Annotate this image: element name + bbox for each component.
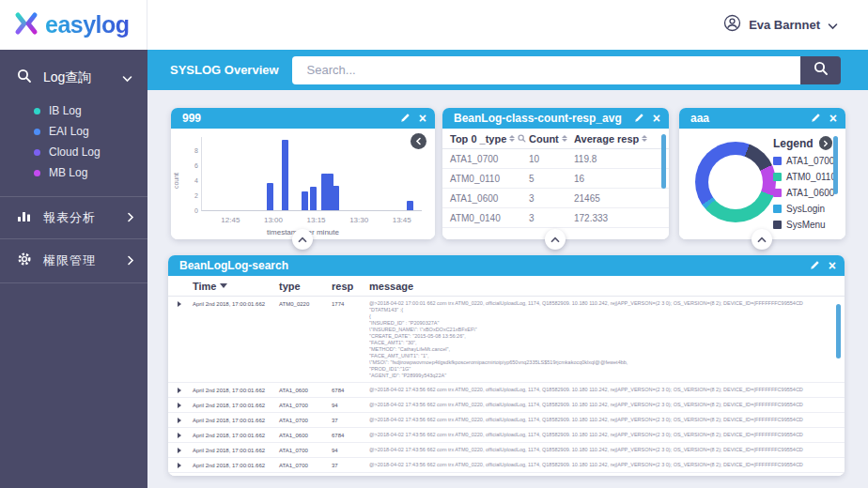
close-icon[interactable]: × [829, 259, 836, 272]
edit-pencil-icon[interactable] [809, 260, 820, 271]
table-rows: ATA1_070010119.8ATM0_0110516ATA1_0600321… [442, 149, 669, 228]
log-resp: 37 [332, 417, 369, 424]
user-menu[interactable]: Eva Barnnet [723, 14, 868, 36]
search-input[interactable] [292, 56, 800, 84]
table-cell: 119.8 [574, 154, 661, 164]
sidebar: Log查詢 IB LogEAI LogCloud LogMB Log 報表分析 … [0, 50, 147, 488]
top-bar: easylog Eva Barnnet [0, 0, 868, 50]
log-message-line: @>2018-04-02 17:43:56 662 com trx ATM0_0… [369, 387, 835, 393]
carousel-prev-button[interactable] [411, 133, 426, 149]
expander-icon[interactable] [178, 388, 181, 393]
sidebar-item-label: 報表分析 [43, 209, 116, 226]
sidebar-item-log-search[interactable]: Log查詢 [0, 50, 147, 99]
expand-up-button[interactable] [292, 229, 313, 250]
legend-item[interactable]: SysMenu [773, 220, 832, 230]
log-type: ATA1_0600 [279, 387, 332, 394]
sort-icon[interactable] [562, 135, 567, 142]
sidebar-item-report-analysis[interactable]: 報表分析 [0, 197, 147, 238]
table-cell: 172.333 [574, 213, 661, 223]
user-menu-chevron-down-icon[interactable] [828, 17, 838, 34]
log-row[interactable]: April 2nd 2018, 17:00:01.662ATA1_070037@… [168, 458, 845, 473]
log-resp: 6784 [332, 432, 369, 439]
edit-pencil-icon[interactable] [399, 113, 411, 124]
chevron-down-icon[interactable] [122, 69, 132, 86]
log-row[interactable]: April 2nd 2018, 17:00:01.662ATA1_070094@… [168, 398, 845, 413]
legend-item[interactable]: SysLogin [773, 204, 832, 214]
table-row[interactable]: ATA1_070010119.8 [442, 149, 669, 169]
scrollbar[interactable] [661, 134, 666, 189]
log-message-line: "DTATM143" :{ [369, 307, 835, 313]
scrollbar[interactable] [833, 136, 838, 194]
sort-icon[interactable] [509, 135, 515, 142]
log-time: April 2nd 2018, 17:00:01.662 [193, 300, 279, 308]
bar [333, 186, 339, 210]
close-icon[interactable]: × [419, 112, 426, 125]
legend-item[interactable]: ATM0_0110 [773, 172, 832, 182]
expander-icon[interactable] [178, 463, 181, 468]
column-header-type[interactable]: Top 0 _type [450, 133, 529, 145]
column-header-time[interactable]: Time [193, 281, 279, 292]
scrollbar[interactable] [836, 304, 841, 358]
log-row[interactable]: April 2nd 2018, 17:00:01.662ATA1_0600678… [168, 383, 845, 398]
expander-icon[interactable] [178, 403, 181, 408]
y-tick-label: 6 [178, 162, 198, 169]
expander-icon[interactable] [178, 418, 181, 423]
table-header-row: Time type resp message [168, 276, 845, 297]
search-icon[interactable] [518, 133, 526, 145]
column-header-message[interactable]: message [369, 281, 835, 292]
legend-label: SysLogin [786, 204, 825, 214]
legend-item[interactable]: ATA1_0700 [773, 156, 832, 166]
sort-icon[interactable] [642, 135, 647, 142]
log-time: April 2nd 2018, 17:00:01.662 [193, 447, 279, 454]
log-row[interactable]: April 2nd 2018, 17:00:01.662ATA1_070037@… [168, 413, 845, 428]
log-type-dot [34, 149, 40, 156]
log-message-line: @>2018-04-02 17:43:56 662 com trx ATM0_0… [369, 432, 835, 438]
expand-up-button[interactable] [752, 229, 772, 250]
expander-icon[interactable] [178, 448, 181, 453]
chevron-right-icon [127, 252, 134, 269]
column-header-resp[interactable]: resp [332, 281, 369, 292]
edit-pencil-icon[interactable] [633, 113, 644, 124]
log-row[interactable]: April 2nd 2018, 17:00:01.662ATA1_0600678… [168, 428, 845, 443]
sidebar-item-permission-management[interactable]: 權限管理 [0, 239, 147, 282]
sidebar-item-mb-log[interactable]: MB Log [0, 162, 147, 183]
sidebar-item-cloud-log[interactable]: Cloud Log [0, 142, 147, 162]
bar [282, 140, 288, 210]
carousel-next-button[interactable] [819, 136, 832, 150]
column-header-average-resp[interactable]: Average resp [574, 133, 661, 145]
column-header-count[interactable]: Count [529, 133, 574, 145]
log-type: ATA1_0700 [279, 462, 332, 469]
log-resp: 1774 [332, 300, 369, 308]
log-type: ATA1_0700 [279, 402, 332, 409]
gear-icon [17, 252, 32, 270]
table-header-row: Top 0 _type Count Average resp [442, 129, 669, 149]
legend-swatch [773, 205, 782, 213]
expand-up-button[interactable] [545, 229, 566, 250]
column-header-type[interactable]: type [279, 281, 332, 292]
chart-legend: Legend ATA1_0700ATM0_0110ATA1_0600SysLog… [773, 136, 832, 230]
panel-header: BeanLogLog-search × [168, 255, 845, 276]
y-tick-label: 2 [178, 192, 198, 199]
chevron-right-icon [127, 209, 134, 226]
sidebar-item-ib-log[interactable]: IB Log [0, 100, 147, 121]
sidebar-item-label: IB Log [49, 104, 82, 117]
log-row[interactable]: April 2nd 2018, 17:00:01.662ATA1_070094@… [168, 443, 845, 458]
table-row[interactable]: ATA1_0600321465 [442, 189, 669, 208]
logo-text: easylog [45, 11, 130, 38]
edit-pencil-icon[interactable] [810, 113, 821, 124]
search-button[interactable] [800, 56, 841, 84]
close-icon[interactable]: × [829, 112, 837, 125]
logo[interactable]: easylog [0, 0, 147, 50]
expander-icon[interactable] [178, 301, 181, 307]
expander-icon[interactable] [178, 433, 181, 438]
table-row[interactable]: ATM0_0110516 [442, 169, 669, 189]
page-header: SYSLOG Overview [147, 50, 868, 90]
legend-label: ATA1_0600 [786, 188, 834, 198]
log-row[interactable]: April 2nd 2018, 17:00:01.662ATM0_0220177… [168, 297, 845, 383]
log-message-line: "METHOD": "CathayLifeMt.cancel", [369, 346, 835, 353]
table-row[interactable]: ATM0_01403172.333 [442, 208, 669, 228]
legend-swatch [773, 189, 782, 197]
sidebar-item-eai-log[interactable]: EAI Log [0, 121, 147, 142]
legend-item[interactable]: ATA1_0600 [773, 188, 832, 198]
close-icon[interactable]: × [653, 112, 660, 125]
